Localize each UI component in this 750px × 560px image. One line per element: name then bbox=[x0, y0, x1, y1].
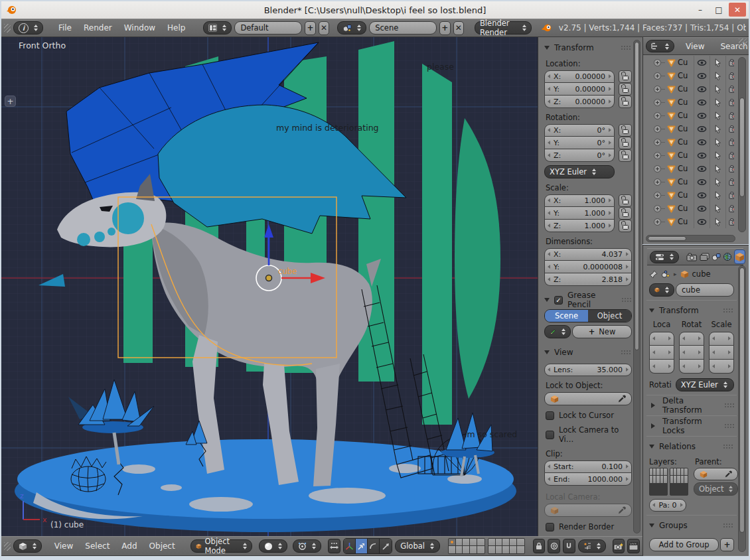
scene-name-field[interactable]: Scene bbox=[369, 21, 437, 35]
menu-item[interactable]: Render bbox=[78, 19, 118, 36]
viewport-region[interactable]: z x cube Front Ortho (1) cube please my … bbox=[1, 37, 538, 536]
pass-index-field[interactable]: Pa: 0 bbox=[649, 499, 686, 512]
lens-field[interactable]: Lens:35.000 bbox=[544, 364, 632, 376]
selectable-cursor-icon[interactable] bbox=[713, 218, 723, 226]
number-field[interactable] bbox=[679, 346, 704, 360]
selectable-cursor-icon[interactable] bbox=[713, 138, 723, 147]
number-field[interactable] bbox=[709, 360, 734, 374]
outliner-row[interactable]: Cu bbox=[643, 162, 734, 175]
selectable-cursor-icon[interactable] bbox=[713, 125, 723, 133]
render-engine-dropdown[interactable]: Blender Render bbox=[475, 21, 532, 35]
snap-magnet-button[interactable] bbox=[563, 539, 575, 553]
viewport-shading-dropdown[interactable] bbox=[259, 539, 287, 553]
mode-dropdown[interactable]: Object Mode bbox=[190, 539, 252, 553]
expand-icon[interactable] bbox=[654, 139, 661, 146]
region-resize-grip[interactable] bbox=[4, 542, 11, 551]
menu-item[interactable]: Object bbox=[143, 537, 181, 555]
toolshelf-expand-button[interactable]: + bbox=[5, 96, 16, 107]
expand-icon[interactable] bbox=[654, 125, 661, 133]
close-button[interactable]: ✕ bbox=[729, 3, 746, 17]
panel-grip[interactable] bbox=[621, 297, 632, 303]
outliner-row[interactable]: Cu bbox=[643, 56, 734, 69]
translate-manipulator-button[interactable] bbox=[356, 539, 368, 553]
visibility-eye-icon[interactable] bbox=[697, 178, 707, 186]
render-border-checkbox[interactable] bbox=[546, 523, 554, 531]
lock-button[interactable] bbox=[619, 124, 632, 137]
object-tab[interactable]: Object bbox=[588, 310, 631, 322]
lock-button[interactable] bbox=[619, 137, 632, 149]
renderable-camera-icon[interactable] bbox=[729, 204, 734, 213]
outliner-row[interactable]: Cu bbox=[643, 69, 734, 82]
visibility-eye-icon[interactable] bbox=[697, 218, 707, 226]
renderable-camera-icon[interactable] bbox=[729, 85, 734, 94]
number-field[interactable]: Z:1.000 bbox=[544, 220, 615, 232]
scene-dropdown[interactable] bbox=[337, 21, 366, 35]
number-field[interactable]: X:1.000 bbox=[544, 194, 615, 207]
maximize-button[interactable]: □ bbox=[710, 3, 727, 17]
outliner-row[interactable]: Cu bbox=[643, 122, 734, 135]
rotation-mode-dropdown[interactable]: XYZ Euler bbox=[676, 378, 734, 391]
properties-scrollbar[interactable] bbox=[738, 265, 746, 552]
scene-tab-button[interactable] bbox=[712, 249, 721, 264]
rotation-mode-dropdown[interactable]: XYZ Euler bbox=[544, 165, 615, 178]
renderable-camera-icon[interactable] bbox=[729, 178, 734, 186]
visibility-eye-icon[interactable] bbox=[697, 138, 707, 147]
manipulator-toggle-button[interactable] bbox=[328, 539, 340, 553]
menu-item[interactable]: Select bbox=[79, 537, 115, 555]
renderable-camera-icon[interactable] bbox=[729, 165, 734, 173]
panel-grip[interactable] bbox=[724, 423, 734, 429]
editor-type-selector[interactable] bbox=[13, 539, 42, 553]
panel-grip[interactable] bbox=[723, 444, 734, 450]
pivot-point-dropdown[interactable] bbox=[293, 539, 321, 553]
eyedropper-icon[interactable] bbox=[618, 395, 626, 403]
add-group-plus-button[interactable]: + bbox=[720, 538, 734, 551]
add-to-group-button[interactable]: Add to Group bbox=[649, 538, 719, 551]
clip-start-field[interactable]: Start:0.100 bbox=[544, 460, 632, 473]
visibility-eye-icon[interactable] bbox=[697, 98, 707, 107]
selectable-cursor-icon[interactable] bbox=[713, 151, 723, 160]
screen-layout-name-field[interactable]: Default bbox=[234, 21, 302, 35]
renderable-camera-icon[interactable] bbox=[729, 111, 734, 120]
eyedropper-icon[interactable] bbox=[618, 506, 626, 514]
grease-pencil-checkbox[interactable]: ✓ bbox=[554, 296, 563, 305]
lock-button[interactable] bbox=[619, 96, 632, 108]
editor-type-selector[interactable] bbox=[650, 251, 679, 263]
layers-widget[interactable] bbox=[488, 538, 525, 554]
lock-button[interactable] bbox=[619, 149, 632, 162]
pin-icon[interactable] bbox=[649, 270, 658, 279]
number-field[interactable]: X:0° bbox=[544, 124, 615, 137]
scene-tab[interactable]: Scene bbox=[545, 310, 588, 322]
number-field[interactable] bbox=[679, 360, 704, 374]
number-field[interactable] bbox=[709, 346, 734, 360]
snap-element-dropdown[interactable] bbox=[578, 539, 606, 553]
add-scene-button[interactable]: + bbox=[439, 21, 450, 35]
render-tab-button[interactable] bbox=[686, 249, 698, 264]
number-field[interactable] bbox=[679, 332, 704, 346]
outliner-row[interactable]: Cu bbox=[643, 82, 734, 96]
menu-item[interactable]: View bbox=[48, 537, 79, 555]
minimize-button[interactable]: – bbox=[692, 3, 709, 17]
object-name-field[interactable]: cube bbox=[676, 283, 734, 297]
outliner-row[interactable]: Cu bbox=[643, 175, 734, 188]
transform-panel-header[interactable]: Transform bbox=[649, 304, 734, 317]
selectable-cursor-icon[interactable] bbox=[713, 204, 723, 213]
render-layers-tab-button[interactable] bbox=[700, 249, 710, 264]
visibility-eye-icon[interactable] bbox=[697, 204, 707, 213]
layers-widget[interactable] bbox=[649, 468, 668, 496]
number-field[interactable]: Z:2.818 bbox=[544, 273, 632, 286]
number-field[interactable]: Z:0.00000 bbox=[544, 96, 615, 108]
outliner-row[interactable]: Cu bbox=[643, 188, 734, 202]
number-field[interactable] bbox=[649, 332, 674, 346]
grease-pencil-data-dropdown[interactable] bbox=[544, 325, 571, 338]
expand-icon[interactable] bbox=[654, 99, 661, 106]
screen-layout-dropdown[interactable] bbox=[203, 21, 232, 35]
layers-widget[interactable] bbox=[448, 538, 485, 554]
expand-icon[interactable] bbox=[654, 218, 661, 226]
transform-orientation-dropdown[interactable]: Global bbox=[395, 539, 439, 553]
editor-type-selector[interactable] bbox=[646, 40, 674, 52]
selectable-cursor-icon[interactable] bbox=[713, 191, 723, 200]
world-tab-button[interactable] bbox=[723, 249, 732, 264]
menu-item[interactable]: Help bbox=[161, 19, 191, 36]
opengl-render-image-button[interactable] bbox=[613, 539, 625, 553]
lock-button[interactable] bbox=[619, 194, 632, 207]
